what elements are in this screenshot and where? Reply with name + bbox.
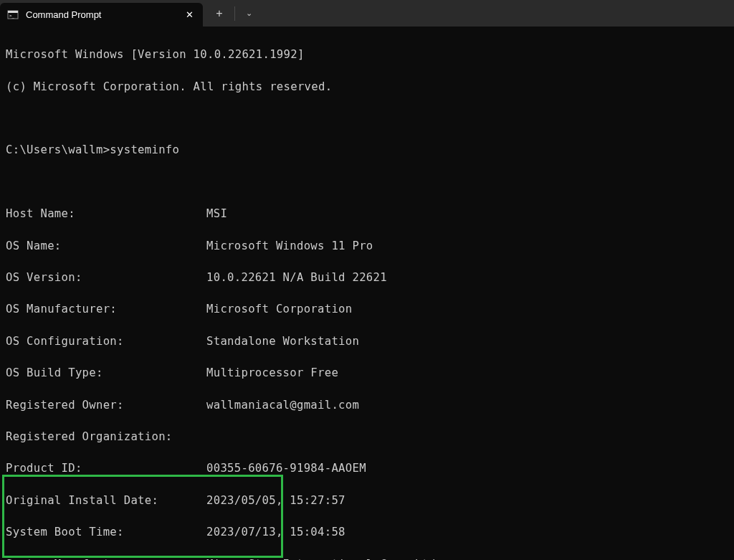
info-row: Original Install Date:2023/05/05, 15:27:…	[6, 493, 728, 508]
blank-line	[6, 110, 728, 126]
header-line: (c) Microsoft Corporation. All rights re…	[6, 79, 728, 95]
header-line: Microsoft Windows [Version 10.0.22621.19…	[6, 47, 728, 62]
info-row: Host Name:MSI	[6, 206, 728, 222]
info-label: OS Build Type:	[6, 365, 206, 381]
info-row: Registered Organization:	[6, 429, 728, 445]
terminal-output[interactable]: Microsoft Windows [Version 10.0.22621.19…	[0, 27, 734, 560]
info-value: 00355-60676-91984-AAOEM	[206, 462, 366, 475]
tab-title: Command Prompt	[26, 9, 176, 20]
info-label: OS Manufacturer:	[6, 301, 206, 317]
terminal-tab[interactable]: >_ Command Prompt ✕	[0, 3, 203, 27]
info-value: Standalone Workstation	[206, 335, 359, 348]
prompt-line: C:\Users\wallm>systeminfo	[6, 142, 728, 158]
divider	[234, 6, 235, 21]
blank-line	[6, 174, 728, 190]
info-label: OS Configuration:	[6, 333, 206, 349]
info-row: Registered Owner:wallmaniacal@gmail.com	[6, 397, 728, 413]
info-row: OS Name:Microsoft Windows 11 Pro	[6, 238, 728, 254]
info-label: System Boot Time:	[6, 524, 206, 540]
info-value: 2023/05/05, 15:27:57	[206, 494, 345, 507]
info-row: Product ID:00355-60676-91984-AAOEM	[6, 460, 728, 476]
svg-text:>_: >_	[9, 13, 15, 19]
chevron-down-icon[interactable]: ⌄	[239, 9, 258, 18]
prompt-path: C:\Users\wallm>	[6, 143, 110, 156]
info-label: OS Name:	[6, 238, 206, 254]
info-label: System Manufacturer:	[6, 556, 206, 560]
command-prompt-icon: >_	[7, 9, 19, 21]
close-icon[interactable]: ✕	[183, 9, 196, 20]
info-label: OS Version:	[6, 270, 206, 285]
info-value: Microsoft Corporation	[206, 303, 352, 315]
info-label: Host Name:	[6, 206, 206, 222]
info-label: Registered Organization:	[6, 429, 206, 445]
info-row: OS Manufacturer:Microsoft Corporation	[6, 301, 728, 317]
info-row: System Boot Time:2023/07/13, 15:04:58	[6, 524, 728, 540]
info-value: 2023/07/13, 15:04:58	[206, 526, 345, 538]
info-value: 10.0.22621 N/A Build 22621	[206, 271, 387, 284]
info-value: MSI	[206, 207, 227, 220]
info-row: OS Configuration:Standalone Workstation	[6, 333, 728, 349]
info-label: Original Install Date:	[6, 493, 206, 508]
info-row: OS Build Type:Multiprocessor Free	[6, 365, 728, 381]
info-value: Multiprocessor Free	[206, 366, 338, 379]
info-label: Product ID:	[6, 460, 206, 476]
info-value: wallmaniacal@gmail.com	[206, 399, 359, 412]
tab-controls: + ⌄	[203, 0, 258, 27]
info-row: System Manufacturer:Micro-Star Internati…	[6, 556, 728, 560]
info-row: OS Version:10.0.22621 N/A Build 22621	[6, 270, 728, 285]
info-value: Microsoft Windows 11 Pro	[206, 239, 373, 252]
info-label: Registered Owner:	[6, 397, 206, 413]
new-tab-button[interactable]: +	[209, 7, 230, 20]
prompt-command: systeminfo	[110, 143, 179, 156]
window-titlebar: >_ Command Prompt ✕ + ⌄	[0, 0, 734, 27]
